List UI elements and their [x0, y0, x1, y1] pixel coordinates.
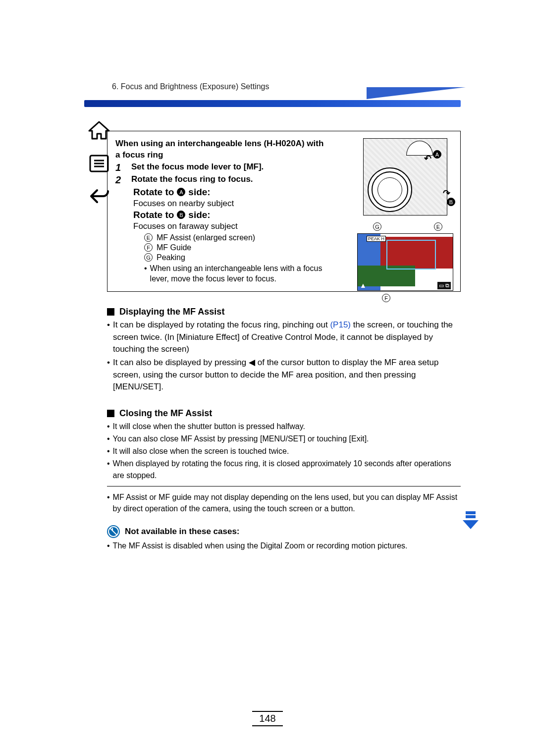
- list-item: •You can also close MF Assist by pressin…: [107, 433, 461, 444]
- main-instruction-box: When using an interchangeable lens (H-H0…: [107, 131, 461, 292]
- not-available-icon: [107, 525, 120, 538]
- displaying-list: • It can be displayed by rotating the fo…: [107, 319, 461, 393]
- rotate-a-suffix: side:: [188, 187, 210, 198]
- marker-e-icon: E: [144, 233, 153, 242]
- list-text: You can also close MF Assist by pressing…: [113, 433, 369, 444]
- list-item: • It can also be displayed by pressing ◀…: [107, 357, 461, 393]
- step-1-text: Set the focus mode lever to [MF].: [131, 162, 264, 173]
- intro-line1: When using an interchangeable lens (H-H0…: [115, 139, 323, 148]
- list-text: It can also be displayed by pressing ◀ o…: [113, 357, 461, 393]
- peaking-outline-icon: [386, 240, 436, 270]
- list-text: When displayed by rotating the focus rin…: [113, 458, 461, 481]
- camera-top-view: [363, 138, 447, 216]
- focus-lever-note: • When using an interchangeable lens wit…: [144, 263, 342, 284]
- chapter-title: 6. Focus and Brightness (Exposure) Setti…: [112, 82, 269, 91]
- list-item: • It can be displayed by rotating the fo…: [107, 319, 461, 356]
- page-content: 6. Focus and Brightness (Exposure) Setti…: [84, 89, 461, 552]
- intro-line2: a focus ring: [115, 150, 163, 160]
- list-text: It will close when the shutter button is…: [113, 421, 305, 432]
- list-item: •When displayed by rotating the focus ri…: [107, 458, 461, 481]
- chapter-header: 6. Focus and Brightness (Exposure) Setti…: [84, 89, 461, 107]
- callout-e-marker: E: [434, 222, 442, 231]
- marker-g-icon: G: [144, 253, 153, 262]
- play-triangle-icon: ▲: [360, 281, 367, 289]
- page-number-text: 148: [252, 711, 282, 726]
- list-text: MF Assist or MF guide may not display de…: [113, 491, 461, 514]
- step-1-number: 1: [115, 162, 123, 173]
- closing-list: •It will close when the shutter button i…: [107, 421, 461, 481]
- list-text: It will also close when the screen is to…: [113, 445, 289, 457]
- legend-text: MF Assist (enlarged screen): [157, 233, 255, 242]
- rotate-a-prefix: Rotate to: [133, 187, 174, 198]
- callout-a-marker: A: [433, 150, 441, 159]
- rotate-arrow-a-icon: ↶: [424, 153, 431, 164]
- list-text: It can be displayed by rotating the focu…: [113, 319, 461, 356]
- legend-text: Peaking: [157, 253, 185, 262]
- page-link-p15[interactable]: (P15): [330, 320, 351, 329]
- screen-preview: PEAK H ▲ ▭ ⧉: [357, 233, 453, 291]
- step-2-text: Rotate the focus ring to focus.: [131, 174, 253, 186]
- intro-text: When using an interchangeable lens (H-H0…: [115, 138, 328, 161]
- svg-rect-5: [466, 515, 476, 518]
- preview-icons: ▭ ⧉: [437, 282, 451, 289]
- list-item: •MF Assist or MF guide may not display d…: [107, 491, 461, 514]
- svg-rect-4: [466, 511, 476, 514]
- not-available-list: •The MF Assist is disabled when using th…: [107, 540, 461, 551]
- displaying-title-text: Displaying the MF Assist: [119, 307, 224, 317]
- callout-g-marker: G: [373, 222, 381, 231]
- displaying-heading: Displaying the MF Assist: [107, 307, 461, 317]
- marker-f-icon: F: [144, 243, 153, 252]
- rotate-arrow-b-icon: ↷: [443, 188, 450, 199]
- list-text: The MF Assist is disabled when using the…: [113, 540, 408, 551]
- step-2-number: 2: [115, 174, 123, 186]
- page-number: 148: [0, 711, 535, 726]
- callout-f-marker: F: [382, 294, 390, 302]
- list-item: •It will close when the shutter button i…: [107, 421, 461, 432]
- marker-a-icon: A: [177, 188, 185, 196]
- legend-text: MF Guide: [157, 243, 191, 252]
- marker-b-icon: B: [177, 211, 185, 219]
- camera-illustration: ↶ A ↷ B G E PEAK H ▲ ▭ ⧉ F: [357, 138, 453, 297]
- closing-heading: Closing the MF Assist: [107, 408, 461, 419]
- list-item: •The MF Assist is disabled when using th…: [107, 540, 461, 551]
- callout-b-marker: B: [447, 198, 455, 206]
- rotate-b-prefix: Rotate to: [133, 210, 174, 220]
- rotate-b-suffix: side:: [188, 210, 210, 220]
- divider: [107, 486, 461, 486]
- list-item: •It will also close when the screen is t…: [107, 445, 461, 457]
- not-available-title-text: Not available in these cases:: [125, 527, 240, 537]
- focus-lever-note-text: When using an interchangeable lens with …: [150, 263, 342, 284]
- post-hr-note: •MF Assist or MF guide may not display d…: [107, 491, 461, 514]
- closing-title-text: Closing the MF Assist: [119, 408, 212, 419]
- not-available-heading: Not available in these cases:: [107, 525, 461, 538]
- peak-badge: PEAK H: [367, 236, 386, 242]
